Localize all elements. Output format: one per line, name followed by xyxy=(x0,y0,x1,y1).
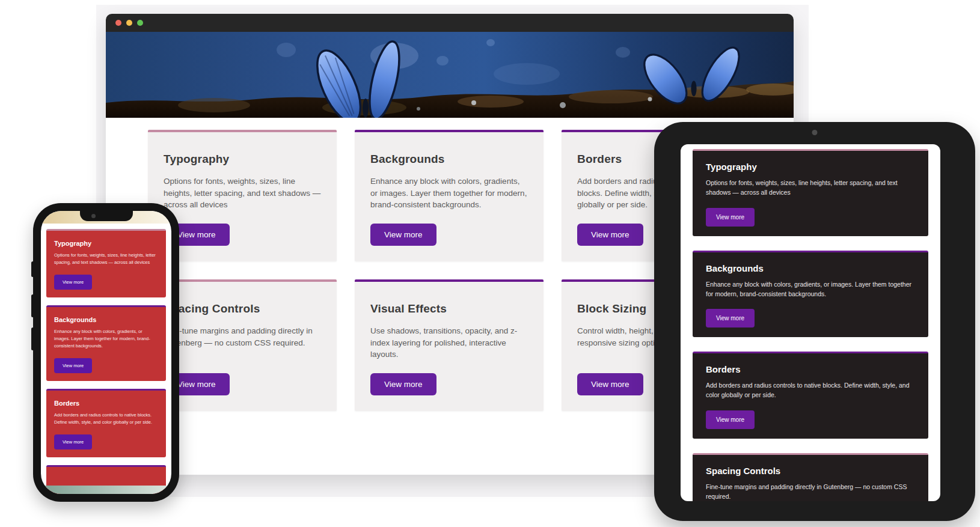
card-description: Add borders and radius controls to nativ… xyxy=(706,380,915,400)
view-more-button[interactable]: View more xyxy=(577,373,643,395)
card-borders: Borders Add borders and radius controls … xyxy=(46,389,166,457)
browser-titlebar xyxy=(106,14,794,32)
tablet-mockup: Typography Options for fonts, weights, s… xyxy=(654,122,975,521)
card-title: Spacing Controls xyxy=(706,466,915,476)
card-typography: Typography Options for fonts, weights, s… xyxy=(693,149,928,236)
hero-butterflies-image xyxy=(106,32,794,118)
tablet-screen: Typography Options for fonts, weights, s… xyxy=(681,144,940,501)
view-more-button[interactable]: View more xyxy=(370,224,436,246)
phone-content: Typography Options for fonts, weights, s… xyxy=(41,224,171,494)
card-title: Borders xyxy=(706,364,915,374)
card-typography: Typography Options for fonts, weights, s… xyxy=(46,229,166,297)
card-title: Typography xyxy=(54,240,158,247)
card-description: Add borders and radius controls to nativ… xyxy=(54,412,158,425)
phone-footer-band xyxy=(41,486,171,494)
maximize-icon[interactable] xyxy=(137,20,143,26)
card-description: Options for fonts, weights, sizes, line … xyxy=(164,175,321,211)
view-more-button[interactable]: View more xyxy=(370,373,436,395)
phone-mockup: Typography Options for fonts, weights, s… xyxy=(33,203,179,502)
card-title: Block Sizing xyxy=(577,302,646,315)
phone-screen: Typography Options for fonts, weights, s… xyxy=(41,211,171,494)
card-spacing-controls: Spacing Controls Fine-tune margins and p… xyxy=(693,453,928,501)
view-more-button[interactable]: View more xyxy=(706,309,755,327)
card-title: Backgrounds xyxy=(706,263,915,273)
card-description: Fine-tune margins and padding directly i… xyxy=(164,325,321,349)
camera-icon xyxy=(812,130,818,135)
card-title: Typography xyxy=(164,153,229,166)
card-visual-effects: Visual Effects Use shadows, transitions,… xyxy=(355,279,544,411)
card-title: Borders xyxy=(577,153,622,166)
phone-volume-up-button xyxy=(31,294,34,317)
view-more-button[interactable]: View more xyxy=(577,224,643,246)
card-title: Borders xyxy=(54,400,158,407)
card-description: Enhance any block with colors, gradients… xyxy=(370,175,528,211)
card-title: Typography xyxy=(706,162,915,172)
card-title: Visual Effects xyxy=(370,302,447,315)
view-more-button[interactable]: View more xyxy=(54,275,92,290)
card-description: Fine-tune margins and padding directly i… xyxy=(706,482,915,501)
view-more-button[interactable]: View more xyxy=(706,410,755,429)
view-more-button[interactable]: View more xyxy=(54,434,92,449)
card-backgrounds: Backgrounds Enhance any block with color… xyxy=(355,130,544,261)
card-description: Enhance any block with colors, gradients… xyxy=(54,328,158,349)
card-title: Backgrounds xyxy=(54,316,158,323)
card-description: Enhance any block with colors, gradients… xyxy=(706,279,915,299)
card-description: Use shadows, transitions, opacity, and z… xyxy=(370,325,528,361)
card-title: Backgrounds xyxy=(370,153,445,166)
card-description: Options for fonts, weights, sizes, line … xyxy=(54,252,158,266)
phone-mute-switch xyxy=(31,261,34,277)
phone-volume-down-button xyxy=(31,327,34,350)
close-icon[interactable] xyxy=(115,20,121,26)
card-description: Options for fonts, weights, sizes, line … xyxy=(706,178,915,198)
card-backgrounds: Backgrounds Enhance any block with color… xyxy=(46,305,166,381)
view-more-button[interactable]: View more xyxy=(54,358,92,373)
card-borders: Borders Add borders and radius controls … xyxy=(693,352,928,439)
mockup-canvas: Typography Options for fonts, weights, s… xyxy=(0,0,980,527)
minimize-icon[interactable] xyxy=(126,20,132,26)
view-more-button[interactable]: View more xyxy=(706,208,755,227)
card-backgrounds: Backgrounds Enhance any block with color… xyxy=(693,251,928,338)
camera-icon xyxy=(91,214,96,218)
phone-notch xyxy=(80,211,133,221)
